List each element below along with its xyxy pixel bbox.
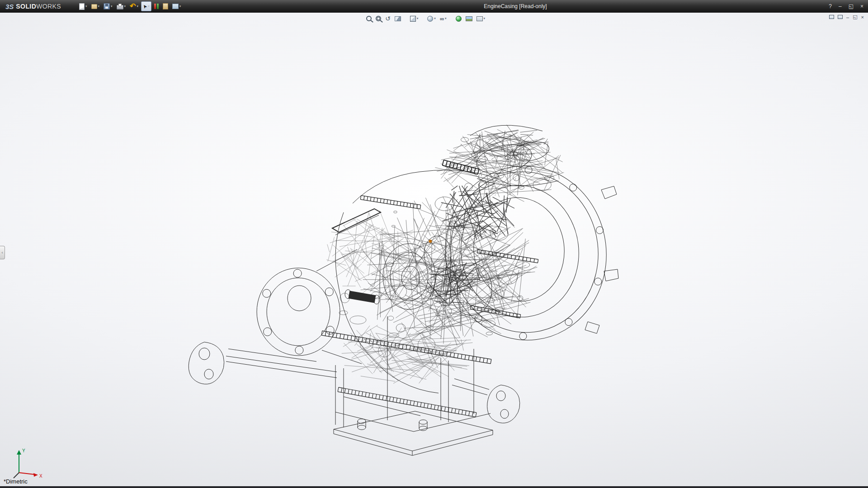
flyout-arrow-icon: ‹ [2,250,3,255]
x-axis-label: X [39,474,42,479]
brand-text: SOLIDWORKS [16,3,61,10]
chevron-down-icon[interactable]: ▾ [434,17,436,20]
heads-up-view-toolbar: ↺ ▾ ▾ ∞ ▾ ▾ [365,14,486,23]
display-style-icon [427,16,433,22]
minimize-button[interactable]: ‒ [839,3,842,9]
undo-icon: ↶ [130,3,136,10]
printer-icon [117,5,123,9]
previous-view-icon: ↺ [385,15,391,22]
chevron-down-icon[interactable]: ▾ [148,5,150,8]
x-axis-arrowhead [33,473,38,477]
new-document-icon [79,3,85,10]
save-button[interactable]: ▾ [102,1,114,11]
help-button[interactable]: ? [829,3,832,9]
apply-scene-button[interactable] [465,14,473,23]
open-folder-icon [91,4,97,9]
view-orientation-button[interactable]: ▾ [409,14,420,23]
chevron-down-icon[interactable]: ▾ [484,17,486,20]
panel-flyout-handle[interactable]: ‹ [0,246,5,259]
section-view-button[interactable] [394,14,402,23]
y-axis-arrowhead [17,450,21,455]
graphics-area[interactable] [0,13,868,486]
display-style-button[interactable]: ▾ [426,14,437,23]
section-view-icon [395,16,401,21]
print-button[interactable]: ▾ [115,1,127,11]
view-orientation-label: *Dimetric [4,478,28,485]
orientation-triad: Y X [6,445,47,481]
zoom-to-fit-button[interactable] [365,14,373,23]
hide-show-items-button[interactable]: ∞ ▾ [439,14,448,23]
hide-show-items-icon: ∞ [440,16,444,22]
solidworks-window: 3S SOLIDWORKS ▾ ▾ ▾ ▾ ↶ ▾ [0,0,868,488]
chevron-down-icon[interactable]: ▾ [417,17,419,20]
zoom-to-area-button[interactable] [375,14,382,23]
open-button[interactable]: ▾ [90,1,101,11]
doc-minimize-button[interactable]: ‒ [846,14,849,20]
view-settings-icon [476,16,483,21]
zoom-to-area-icon [376,16,381,21]
restore-button[interactable]: ◱ [849,3,854,9]
chevron-down-icon[interactable]: ▾ [85,5,87,8]
save-icon [104,3,110,9]
arrange-windows-icon[interactable] [829,15,834,19]
select-button[interactable]: ➤ ▾ [141,1,151,11]
doc-close-button[interactable]: × [861,14,864,20]
chevron-down-icon[interactable]: ▾ [137,5,138,8]
doc-restore-button[interactable]: ◱ [853,14,857,20]
edit-appearance-icon [456,16,462,22]
statusbar-edge [0,486,868,488]
file-properties-button[interactable] [161,1,170,11]
close-button[interactable]: × [860,3,863,9]
undo-button[interactable]: ↶ ▾ [128,1,140,11]
3ds-logo-icon: 3S [5,3,14,10]
titlebar: 3S SOLIDWORKS ▾ ▾ ▾ ▾ ↶ ▾ [0,0,868,13]
previous-view-button[interactable]: ↺ [384,14,392,23]
selection-filter-icon [154,4,159,9]
main-toolbar: ▾ ▾ ▾ ▾ ↶ ▾ ➤ ▾ [78,0,184,13]
options-icon [172,4,179,9]
chevron-down-icon[interactable]: ▾ [179,5,181,8]
selection-filter-button[interactable] [153,1,160,11]
solidworks-logo: 3S SOLIDWORKS [0,0,66,13]
select-cursor-icon: ➤ [142,3,148,9]
apply-scene-icon [466,16,472,21]
chevron-down-icon[interactable]: ▾ [111,5,113,8]
window-buttons: ? ‒ ◱ × [829,0,863,13]
y-axis-label: Y [22,448,25,453]
zoom-to-fit-icon [366,16,372,21]
new-window-icon[interactable] [838,15,843,19]
document-window-controls: ‒ ◱ × [829,14,864,20]
view-orientation-cube-icon [410,16,416,22]
new-document-button[interactable]: ▾ [78,1,89,11]
file-properties-icon [163,3,168,9]
edit-appearance-button[interactable] [455,14,462,23]
chevron-down-icon[interactable]: ▾ [445,17,447,20]
chevron-down-icon[interactable]: ▾ [98,5,100,8]
chevron-down-icon[interactable]: ▾ [124,5,126,8]
options-button[interactable]: ▾ [171,1,183,11]
view-settings-button[interactable]: ▾ [476,14,486,23]
